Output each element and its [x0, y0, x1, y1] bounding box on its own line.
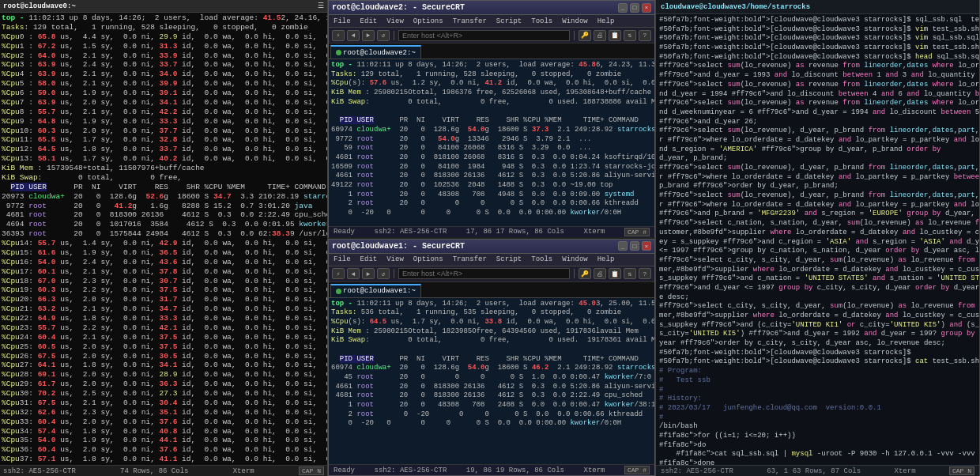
left-cap-badge: CAP N: [299, 467, 324, 475]
right-panel: cloudwave@cloudwave3/home/starrocks #50f…: [656, 0, 980, 476]
right-status-ssh: ssh2: AES-256-CTR: [661, 467, 733, 475]
tb-stop-bot[interactable]: ↺: [377, 268, 390, 279]
scrt-statusbar-bottom: Ready ssh2: AES-256-CTR 19, 86 19 Rows, …: [329, 464, 654, 475]
left-titlebar: root@cloudwave0:~ ☰: [0, 0, 327, 13]
menu-script-top[interactable]: Script: [495, 17, 523, 25]
tb-stop-top[interactable]: ↺: [377, 30, 390, 41]
close-btn-bottom[interactable]: ×: [642, 241, 651, 251]
win-controls-top: _ □ ×: [618, 3, 651, 13]
right-status-term: Xterm: [895, 467, 916, 475]
tb-sep2-top: [574, 31, 575, 40]
tb-help-top[interactable]: ?: [639, 30, 651, 41]
session-label-bottom: root@cloudwave1:~: [343, 287, 416, 295]
menu-window-top[interactable]: Window: [560, 17, 589, 25]
securecrt-top-toolbar: ⚡ ◄ ► ↺ 🔑 🖨 📋 ⇅ ?: [329, 28, 654, 43]
tb-back-bot[interactable]: ◄: [347, 268, 360, 279]
max-btn-bottom[interactable]: □: [630, 241, 639, 251]
tb-sep1-top: [394, 31, 394, 40]
close-btn-top[interactable]: ×: [642, 3, 651, 13]
left-terminal-panel: root@cloudwave0:~ ☰ top - 11:02:13 up 8 …: [0, 0, 328, 476]
win-controls-bottom: _ □ ×: [618, 241, 651, 251]
tb-key-top[interactable]: 🔑: [579, 30, 591, 41]
status-term-bot: Xterm: [583, 467, 605, 474]
cap-badge-top: CAP #: [624, 228, 650, 236]
left-status-rows: 74 Rows, 86 Cols: [120, 467, 188, 475]
status-ssh-top: ssh2: AES-256-CTR: [374, 228, 447, 236]
tb-key-bot[interactable]: 🔑: [579, 268, 591, 279]
min-btn-top[interactable]: _: [618, 3, 628, 13]
sessions-bar-bottom: root@cloudwave1:~: [329, 282, 654, 298]
middle-panel: root@cloudwave2: - SecureCRT _ □ × File …: [328, 0, 656, 476]
address-bar-bot[interactable]: [398, 268, 570, 279]
left-statusbar: ssh2: AES-256-CTR 74 Rows, 86 Cols Xterm…: [0, 465, 327, 476]
tb-log-top[interactable]: 📋: [609, 30, 621, 41]
right-statusbar: ssh2: AES-256-CTR 63, 1 63 Rows, 87 Cols…: [656, 465, 979, 476]
term-pane-top[interactable]: top - 11:02:11 up 8 days, 14:26; 2 users…: [329, 59, 654, 226]
menu-transfer-top[interactable]: Transfer: [451, 17, 488, 25]
term-pane-bottom[interactable]: top - 11:02:11 up 8 days, 14:26; 2 users…: [329, 298, 654, 465]
tb-sftp-top[interactable]: ⇅: [624, 30, 636, 41]
address-bar-top[interactable]: [398, 30, 570, 41]
session-tab-top[interactable]: root@cloudwave2:~: [330, 45, 421, 59]
session-tab-bottom[interactable]: root@cloudwave1:~: [330, 284, 421, 297]
tb-help-bot[interactable]: ?: [639, 268, 651, 279]
tb-print-bot[interactable]: 🖨: [594, 268, 606, 279]
menu-tools-top[interactable]: Tools: [530, 17, 554, 25]
left-term-content: top - 11:02:13 up 8 days, 14:26; 2 users…: [0, 13, 327, 465]
securecrt-bottom-toolbar: ⚡ ◄ ► ↺ 🔑 🖨 📋 ⇅ ?: [329, 266, 654, 282]
menu-transfer-bot[interactable]: Transfer: [451, 255, 488, 263]
right-term-content[interactable]: #50fa7b;font-weight:bold">[cloudwave@clo…: [656, 14, 979, 465]
cap-badge-bot: CAP #: [624, 466, 650, 474]
menu-file-bot[interactable]: File: [332, 255, 352, 263]
tb-connect-bot[interactable]: ⚡: [332, 268, 345, 279]
tb-log-bot[interactable]: 📋: [609, 268, 621, 279]
session-dot-bottom: [336, 289, 341, 294]
menu-help-top[interactable]: Help: [596, 17, 616, 25]
menu-view-bot[interactable]: View: [385, 255, 405, 263]
menu-script-bot[interactable]: Script: [495, 255, 523, 263]
left-title: root@cloudwave0:~: [3, 2, 76, 10]
securecrt-bottom-titlebar: root@cloudwave1: - SecureCRT _ □ ×: [329, 240, 654, 254]
sessions-bar-top: root@cloudwave2:~: [329, 43, 654, 59]
tb-connect-top[interactable]: ⚡: [332, 30, 345, 41]
tb-fwd-bot[interactable]: ►: [362, 268, 375, 279]
menu-help-bot[interactable]: Help: [596, 255, 616, 263]
menu-edit-bot[interactable]: Edit: [359, 255, 379, 263]
menu-window-bot[interactable]: Window: [560, 255, 589, 263]
left-status-term: Xterm: [233, 467, 254, 475]
tb-print-top[interactable]: 🖨: [594, 30, 606, 41]
status-ready-bot: Ready: [334, 467, 355, 474]
status-rows-bot: 19, 86 19 Rows, 86 Cols: [466, 467, 564, 474]
menu-view-top[interactable]: View: [385, 17, 405, 25]
securecrt-top-title: root@cloudwave2: - SecureCRT: [332, 3, 465, 12]
tb-back-top[interactable]: ◄: [347, 30, 360, 41]
tb-sep2-bot: [574, 269, 575, 278]
scrt-statusbar-top: Ready ssh2: AES-256-CTR 17, 86 17 Rows, …: [329, 226, 654, 237]
right-status-rows: 63, 1 63 Rows, 87 Cols: [767, 467, 861, 475]
max-btn-top[interactable]: □: [630, 3, 639, 13]
left-status-ssh: ssh2: AES-256-CTR: [3, 467, 76, 475]
status-term-top: Xterm: [583, 228, 605, 236]
right-title: cloudwave@cloudwave3/home/starrocks: [661, 3, 810, 11]
menu-options-top[interactable]: Options: [412, 17, 445, 25]
menu-options-bot[interactable]: Options: [412, 255, 445, 263]
menu-tools-bot[interactable]: Tools: [530, 255, 554, 263]
tb-sftp-bot[interactable]: ⇅: [624, 268, 636, 279]
session-label-top: root@cloudwave2:~: [343, 49, 416, 57]
right-cap-badge: CAP N: [949, 467, 974, 475]
securecrt-top-menubar: File Edit View Options Transfer Script T…: [329, 15, 654, 28]
min-btn-bottom[interactable]: _: [618, 241, 628, 251]
securecrt-bottom-title: root@cloudwave1: - SecureCRT: [332, 242, 465, 251]
status-rows-top: 17, 86 17 Rows, 86 Cols: [466, 228, 564, 236]
menu-edit-top[interactable]: Edit: [359, 17, 379, 25]
tb-fwd-top[interactable]: ►: [362, 30, 375, 41]
securecrt-bottom: root@cloudwave1: - SecureCRT _ □ × File …: [328, 239, 655, 477]
status-ssh-bot: ssh2: AES-256-CTR: [374, 467, 447, 474]
left-title-extra: ☰: [318, 2, 324, 10]
status-ready-top: Ready: [334, 228, 355, 236]
securecrt-bottom-menubar: File Edit View Options Transfer Script T…: [329, 254, 654, 266]
menu-file-top[interactable]: File: [332, 17, 352, 25]
securecrt-top: root@cloudwave2: - SecureCRT _ □ × File …: [328, 0, 655, 239]
securecrt-top-titlebar: root@cloudwave2: - SecureCRT _ □ ×: [329, 1, 654, 15]
tb-sep1-bot: [394, 269, 394, 278]
